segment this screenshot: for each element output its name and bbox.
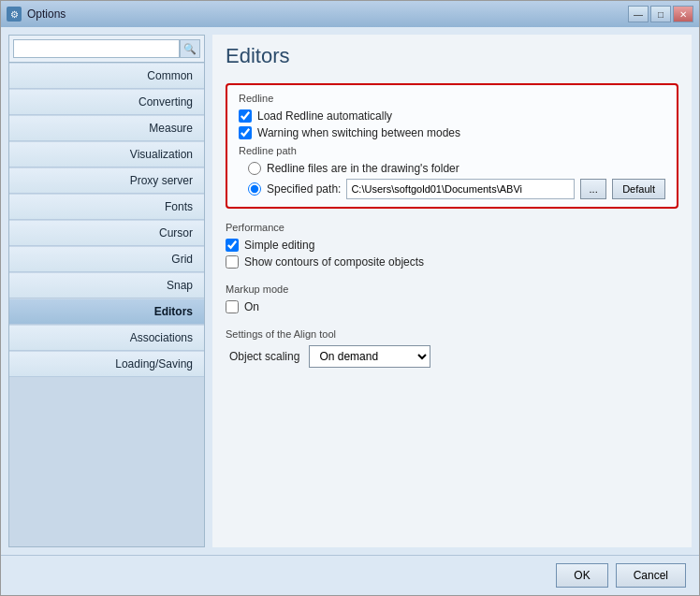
maximize-button[interactable]: □ bbox=[650, 6, 671, 22]
warning-row: Warning when switching between modes bbox=[239, 126, 665, 139]
ok-button[interactable]: OK bbox=[556, 563, 607, 588]
specified-path-row: Specified path: ... Default bbox=[248, 179, 665, 199]
sidebar-item-measure[interactable]: Measure bbox=[9, 116, 204, 141]
simple-editing-checkbox[interactable] bbox=[226, 239, 239, 252]
load-redline-label[interactable]: Load Redline automatically bbox=[257, 109, 392, 123]
window-title: Options bbox=[27, 7, 628, 21]
sidebar-item-proxy-server[interactable]: Proxy server bbox=[9, 168, 204, 194]
browse-button[interactable]: ... bbox=[580, 179, 606, 199]
sidebar: 🔍 Common Converting Measure Visualizatio… bbox=[8, 35, 205, 547]
path-label: Redline path bbox=[239, 145, 665, 156]
page-title: Editors bbox=[226, 44, 678, 72]
specified-path-label[interactable]: Specified path: bbox=[267, 182, 341, 196]
markup-on-label[interactable]: On bbox=[244, 300, 259, 313]
sidebar-item-grid[interactable]: Grid bbox=[9, 247, 204, 272]
object-scaling-dropdown[interactable]: On demand Always Never bbox=[309, 345, 430, 368]
main-panel: Editors Redline Load Redline automatical… bbox=[212, 35, 692, 547]
search-bar: 🔍 bbox=[9, 36, 204, 63]
sidebar-item-fonts[interactable]: Fonts bbox=[9, 195, 204, 220]
load-redline-checkbox[interactable] bbox=[239, 109, 252, 123]
bottom-bar: OK Cancel bbox=[1, 555, 699, 595]
search-button[interactable]: 🔍 bbox=[180, 39, 200, 58]
sidebar-item-snap[interactable]: Snap bbox=[9, 273, 204, 298]
main-content: 🔍 Common Converting Measure Visualizatio… bbox=[1, 27, 699, 555]
radio-drawing-folder-row: Redline files are in the drawing's folde… bbox=[248, 162, 665, 175]
redline-section-label: Redline bbox=[239, 93, 665, 104]
cancel-button[interactable]: Cancel bbox=[616, 563, 686, 588]
warning-label[interactable]: Warning when switching between modes bbox=[257, 126, 460, 139]
markup-on-row: On bbox=[226, 300, 678, 313]
object-scaling-row: Object scaling On demand Always Never bbox=[229, 345, 678, 368]
sidebar-item-common[interactable]: Common bbox=[9, 64, 204, 89]
drawing-folder-radio[interactable] bbox=[248, 162, 261, 175]
sidebar-item-cursor[interactable]: Cursor bbox=[9, 221, 204, 246]
markup-section: Markup mode On bbox=[226, 283, 678, 317]
minimize-button[interactable]: — bbox=[628, 6, 649, 22]
simple-editing-label[interactable]: Simple editing bbox=[244, 239, 314, 252]
window-icon: ⚙ bbox=[7, 7, 22, 22]
warning-checkbox[interactable] bbox=[239, 126, 252, 139]
simple-editing-row: Simple editing bbox=[226, 239, 678, 252]
title-bar-buttons: — □ ✕ bbox=[628, 6, 693, 22]
sidebar-item-converting[interactable]: Converting bbox=[9, 90, 204, 115]
performance-section: Performance Simple editing Show contours… bbox=[226, 222, 678, 272]
drawing-folder-label[interactable]: Redline files are in the drawing's folde… bbox=[267, 162, 459, 175]
title-bar: ⚙ Options — □ ✕ bbox=[1, 1, 699, 27]
align-tool-label: Settings of the Align tool bbox=[226, 328, 678, 340]
close-button[interactable]: ✕ bbox=[673, 6, 693, 22]
redline-section: Redline Load Redline automatically Warni… bbox=[226, 83, 678, 209]
markup-on-checkbox[interactable] bbox=[226, 300, 239, 313]
sidebar-item-associations[interactable]: Associations bbox=[9, 326, 204, 351]
markup-mode-label: Markup mode bbox=[226, 283, 678, 295]
options-window: ⚙ Options — □ ✕ 🔍 Common Converting Meas… bbox=[0, 0, 700, 596]
specified-path-radio[interactable] bbox=[248, 182, 261, 196]
path-section: Redline path Redline files are in the dr… bbox=[239, 145, 665, 199]
show-contours-checkbox[interactable] bbox=[226, 255, 239, 269]
sidebar-item-loading-saving[interactable]: Loading/Saving bbox=[9, 352, 204, 377]
search-input[interactable] bbox=[13, 39, 180, 58]
sidebar-item-editors[interactable]: Editors bbox=[9, 299, 204, 325]
performance-label: Performance bbox=[226, 222, 678, 233]
sidebar-item-visualization[interactable]: Visualization bbox=[9, 142, 204, 167]
load-redline-row: Load Redline automatically bbox=[239, 109, 665, 123]
show-contours-label[interactable]: Show contours of composite objects bbox=[244, 255, 424, 269]
path-input-field[interactable] bbox=[346, 179, 575, 199]
default-button[interactable]: Default bbox=[612, 179, 665, 199]
align-tool-section: Settings of the Align tool Object scalin… bbox=[226, 328, 678, 368]
object-scaling-label: Object scaling bbox=[229, 350, 299, 363]
show-contours-row: Show contours of composite objects bbox=[226, 255, 678, 269]
